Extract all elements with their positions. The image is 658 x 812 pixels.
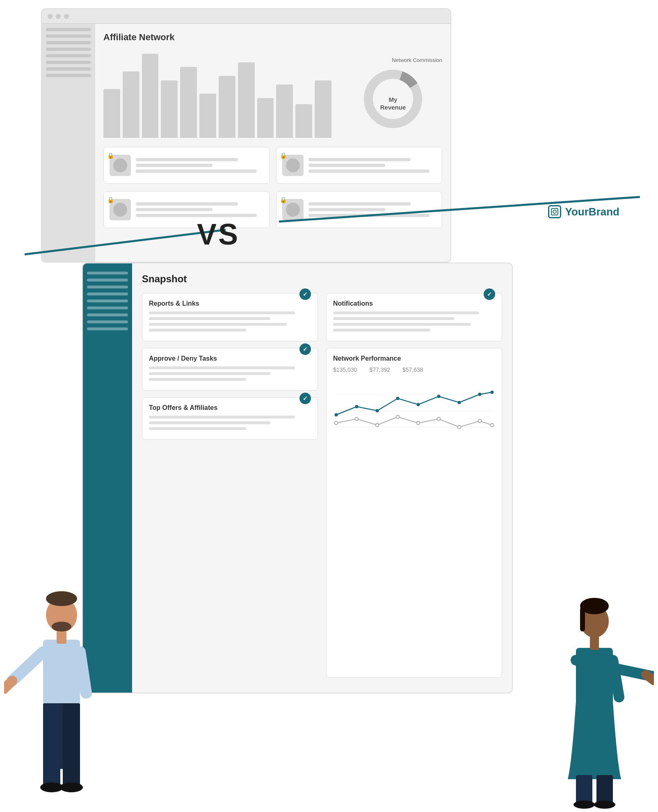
sidebar-line (87, 307, 128, 309)
charts-row: Network Commission My Revenue (103, 49, 442, 140)
svg-line-34 (80, 652, 86, 693)
profile-avatar (110, 155, 131, 176)
svg-point-13 (417, 403, 420, 406)
content-line (149, 372, 270, 375)
check-badge-approve: ✓ (299, 343, 311, 355)
profile-lines (136, 158, 263, 173)
bar (103, 89, 120, 138)
bar (276, 85, 293, 138)
svg-point-26 (491, 423, 494, 427)
profile-card-1 (103, 147, 270, 184)
svg-rect-44 (580, 607, 585, 631)
bar (238, 62, 255, 138)
window-dot-1 (48, 14, 53, 19)
sidebar-line (46, 74, 91, 77)
check-badge-offers: ✓ (299, 393, 311, 404)
svg-point-14 (437, 395, 441, 398)
svg-point-20 (376, 423, 379, 427)
vs-section: VS YourBrand (25, 197, 640, 287)
svg-line-46 (646, 675, 654, 681)
content-line (149, 421, 270, 424)
reports-links-title: Reports & Links (149, 300, 311, 307)
profile-card-2 (276, 147, 442, 184)
bar (199, 94, 216, 138)
bar (219, 76, 235, 138)
svg-rect-36 (43, 703, 60, 785)
sidebar-line (87, 300, 128, 302)
notifications-title: Notifications (333, 300, 495, 307)
svg-point-39 (60, 782, 83, 792)
sidebar-line (87, 320, 128, 323)
svg-point-16 (478, 393, 482, 396)
approve-deny-card: ✓ Approve / Deny Tasks (142, 348, 318, 391)
perf-value-2: $77,392 (369, 366, 390, 373)
svg-point-18 (335, 421, 338, 425)
approve-deny-title: Approve / Deny Tasks (149, 355, 311, 362)
svg-point-5 (553, 210, 556, 213)
bar (257, 98, 274, 138)
window-chrome (42, 9, 450, 24)
content-line (149, 366, 295, 369)
sidebar-line (46, 34, 91, 38)
perf-value-1: $135,030 (333, 366, 357, 373)
svg-line-32 (12, 652, 43, 681)
network-perf-title: Network Performance (333, 355, 495, 362)
profile-line (136, 164, 212, 167)
content-line (333, 329, 430, 332)
profile-lines (308, 158, 436, 173)
check-badge-notifications: ✓ (484, 288, 495, 300)
profile-cards-row-1 (103, 147, 442, 184)
sidebar-line (46, 48, 91, 51)
svg-rect-27 (43, 640, 80, 705)
yourbrand-logo-icon (551, 208, 559, 216)
person-right (539, 525, 654, 812)
profile-line (136, 169, 257, 173)
svg-point-9 (335, 413, 338, 416)
svg-point-11 (376, 409, 379, 412)
sidebar-line (87, 327, 128, 330)
window-dot-2 (56, 14, 61, 19)
content-line (149, 416, 295, 419)
perf-values: $135,030 $77,392 $57,638 (333, 366, 495, 373)
svg-point-50 (573, 801, 595, 809)
avatar-icon (286, 158, 300, 172)
content-line (149, 427, 246, 430)
donut-chart: Network Commission My Revenue (344, 49, 442, 140)
affiliate-title: Affiliate Network (103, 32, 442, 43)
snapshot-window: Snapshot ✓ Reports & Links ✓ (82, 263, 513, 693)
svg-point-30 (46, 591, 77, 606)
sidebar-line (46, 54, 91, 57)
svg-rect-37 (63, 703, 80, 785)
svg-point-24 (458, 425, 461, 429)
svg-line-33 (4, 681, 12, 689)
svg-point-12 (396, 397, 400, 400)
svg-point-15 (458, 401, 461, 404)
vs-text: VS (197, 217, 240, 251)
donut-center-label: My Revenue (377, 96, 409, 112)
svg-line-2 (25, 230, 226, 254)
snapshot-left-col: ✓ Reports & Links ✓ Approve / Deny Tasks (142, 293, 318, 678)
line-chart-svg (333, 378, 495, 444)
svg-point-51 (594, 801, 615, 809)
bar-chart (103, 49, 331, 140)
bar (295, 104, 312, 138)
yourbrand-badge: YourBrand (548, 205, 619, 218)
svg-point-19 (355, 417, 359, 421)
perf-value-3: $57,638 (402, 366, 423, 373)
snapshot-columns: ✓ Reports & Links ✓ Approve / Deny Tasks (142, 293, 502, 678)
network-performance-card: Network Performance $135,030 $77,392 $57… (326, 348, 502, 678)
sidebar-line (87, 293, 128, 295)
svg-point-10 (355, 405, 359, 408)
svg-point-22 (417, 421, 420, 425)
content-line (333, 311, 479, 314)
svg-point-21 (396, 415, 400, 419)
person-left (4, 517, 119, 812)
content-line (149, 323, 287, 326)
svg-point-25 (478, 419, 482, 423)
sidebar-line (46, 67, 91, 71)
content-line (149, 311, 295, 314)
sidebar-line (46, 28, 91, 31)
reports-links-card: ✓ Reports & Links (142, 293, 318, 341)
svg-point-17 (491, 391, 494, 394)
sidebar-line (87, 313, 128, 316)
